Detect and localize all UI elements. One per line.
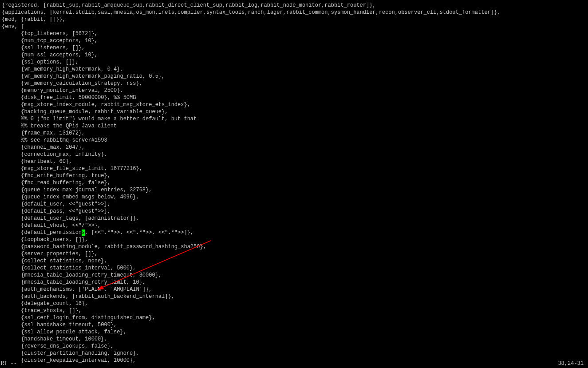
code-line: {registered, [rabbit_sup,rabbit_amqqueue… (2, 2, 586, 9)
code-line: {default_permissions, [<<".*">>, <<".*">… (2, 229, 586, 236)
code-line: {reverse_dns_lookups, false}, (2, 343, 586, 350)
code-line: {cluster_partition_handling, ignore}, (2, 350, 586, 357)
code-line: {connection_max, infinity}, (2, 151, 586, 158)
code-line: {fhc_write_buffering, true}, (2, 172, 586, 179)
code-line: {password_hashing_module, rabbit_passwor… (2, 243, 586, 250)
code-line: {ssl_options, []}, (2, 59, 586, 66)
status-position: 38,24-31 (558, 360, 584, 367)
code-line: {num_ssl_acceptors, 10}, (2, 51, 586, 59)
code-line: {loopback_users, []}, (2, 236, 586, 243)
code-line: {msg_store_file_size_limit, 16777216}, (2, 165, 586, 172)
code-line: {tcp_listeners, [5672]}, (2, 30, 586, 37)
code-line: {auth_backends, [rabbit_auth_backend_int… (2, 293, 586, 300)
code-line: {mnesia_table_loading_retry_limit, 10}, (2, 279, 586, 286)
code-line: {fhc_read_buffering, false}, (2, 179, 586, 186)
code-line: {ssl_listeners, []}, (2, 44, 586, 51)
code-line: {mnesia_table_loading_retry_timeout, 300… (2, 272, 586, 279)
status-mode: RT -- (1, 360, 17, 367)
code-line: {vm_memory_high_watermark, 0.4}, (2, 66, 586, 73)
code-line: {channel_max, 2047}, (2, 144, 586, 151)
code-line: {frame_max, 131072}, (2, 130, 586, 137)
editor-buffer[interactable]: {registered, [rabbit_sup,rabbit_amqqueue… (2, 2, 586, 364)
cursor: s (82, 230, 85, 236)
code-line: {default_pass, <<"guest">>}, (2, 208, 586, 215)
code-line: %% see rabbitmq-server#1593 (2, 137, 586, 144)
code-line: {vm_memory_calculation_strategy, rss}, (2, 80, 586, 87)
code-line: {auth_mechanisms, ['PLAIN', 'AMQPLAIN']}… (2, 286, 586, 293)
code-line: {applications, [kernel,stdlib,sasl,mnesi… (2, 9, 586, 16)
code-line: {ssl_handshake_timeout, 5000}, (2, 321, 586, 328)
code-line: {default_user_tags, [administrator]}, (2, 215, 586, 222)
code-line: {env, [ (2, 23, 586, 30)
code-line: {collect_statistics, none}, (2, 257, 586, 265)
code-line: {mod, {rabbit, []}}, (2, 16, 586, 23)
code-line: {backing_queue_module, rabbit_variable_q… (2, 108, 586, 115)
code-line: %% 0 ("no limit") would make a better de… (2, 115, 586, 123)
code-line: {vm_memory_high_watermark_paging_ratio, … (2, 73, 586, 80)
code-line: {queue_index_max_journal_entries, 32768}… (2, 186, 586, 194)
code-line: {default_user, <<"guest">>}, (2, 201, 586, 208)
code-line: {ssl_allow_poodle_attack, false}, (2, 328, 586, 336)
code-line: {queue_index_embed_msgs_below, 4096}, (2, 194, 586, 201)
code-line: {cluster_keepalive_interval, 10000}, (2, 357, 586, 364)
code-line: {heartbeat, 60}, (2, 158, 586, 165)
code-line: {disk_free_limit, 50000000}, %% 50MB (2, 94, 586, 101)
code-line: {default_vhost, <<"/">>}, (2, 222, 586, 229)
code-line: {num_tcp_acceptors, 10}, (2, 37, 586, 44)
code-line: {trace_vhosts, []}, (2, 307, 586, 314)
code-line: {memory_monitor_interval, 2500}, (2, 87, 586, 94)
code-line: {delegate_count, 16}, (2, 300, 586, 307)
code-line: {server_properties, []}, (2, 250, 586, 257)
code-line: {handshake_timeout, 10000}, (2, 336, 586, 343)
code-line: {msg_store_index_module, rabbit_msg_stor… (2, 101, 586, 108)
code-line: %% breaks the QPid Java client (2, 123, 586, 130)
code-line: {ssl_cert_login_from, distinguished_name… (2, 314, 586, 321)
code-line: {collect_statistics_interval, 5000}, (2, 265, 586, 272)
